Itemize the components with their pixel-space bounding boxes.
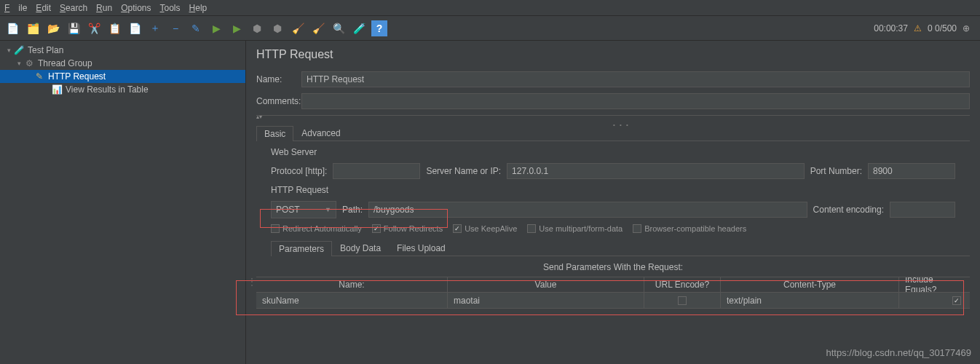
redirect-checkbox[interactable] [271, 224, 280, 233]
timer-label: 00:00:37 [874, 23, 908, 33]
param-tabs: Parameters Body Data Files Upload [271, 240, 970, 256]
tab-parameters[interactable]: Parameters [271, 241, 332, 256]
cell-name[interactable]: skuName [256, 293, 448, 308]
toolbar: 📄 🗂️ 📂 💾 ✂️ 📋 📄 ＋ − ✎ ▶ ▶ ⬢ ⬢ 🧹 🧹 🔍 🧪 ? … [0, 16, 980, 41]
open-icon[interactable]: 📂 [45, 20, 61, 36]
menu-file[interactable]: File [4, 3, 27, 13]
tree-panel: ▾🧪 Test Plan ▾⚙ Thread Group ✎ HTTP Requ… [0, 41, 246, 364]
tab-filesupload[interactable]: Files Upload [389, 240, 454, 256]
cell-value[interactable]: maotai [448, 293, 644, 308]
paste-icon[interactable]: 📄 [127, 20, 143, 36]
cell-urlencode-checkbox[interactable] [678, 296, 687, 305]
ce-field[interactable] [890, 202, 955, 218]
tree-label: Test Plan [28, 45, 63, 55]
tab-basic[interactable]: Basic [256, 126, 293, 141]
tree-threadgroup[interactable]: ▾⚙ Thread Group [0, 57, 245, 70]
cell-equals-checkbox[interactable] [952, 296, 961, 305]
plus-icon[interactable]: ＋ [147, 20, 163, 36]
menu-search[interactable]: Search [60, 3, 87, 13]
protocol-field[interactable] [333, 163, 420, 179]
menu-run[interactable]: Run [96, 3, 112, 13]
watermark: https://blog.csdn.net/qq_30177469 [826, 347, 972, 358]
col-contenttype: Content-Type [721, 277, 899, 292]
params-table: Name: Value URL Encode? Content-Type Inc… [256, 277, 970, 309]
warning-icon[interactable]: ⚠ [914, 23, 922, 33]
col-includeequals: Include Equals? [899, 277, 970, 292]
new-icon[interactable]: 📄 [4, 20, 20, 36]
cell-contenttype[interactable]: text/plain [721, 293, 899, 308]
col-value: Value [448, 277, 644, 292]
function-icon[interactable]: 🧪 [351, 20, 367, 36]
chevron-down-icon: ▼ [325, 206, 331, 213]
menu-edit[interactable]: Edit [36, 3, 51, 13]
run-no-icon[interactable]: ▶ [229, 20, 245, 36]
tab-bodydata[interactable]: Body Data [332, 240, 389, 256]
server-label: Server Name or IP: [426, 166, 501, 176]
menu-help[interactable]: Help [189, 3, 208, 13]
shutdown-icon[interactable]: ⬢ [269, 20, 285, 36]
server-field[interactable] [507, 163, 805, 179]
http-request-label: HTTP Request [271, 185, 970, 195]
follow-checkbox[interactable] [372, 224, 381, 233]
menu-options[interactable]: Options [121, 3, 151, 13]
path-field[interactable] [368, 202, 807, 218]
multipart-checkbox[interactable] [527, 224, 536, 233]
editor-panel: HTTP Request Name: Comments: ▴▾• • • Bas… [246, 41, 980, 364]
tree-label: Thread Group [38, 58, 92, 68]
send-params-label: Send Parameters With the Request: [256, 262, 970, 272]
path-label: Path: [342, 205, 363, 215]
keepalive-checkbox[interactable] [453, 224, 462, 233]
tree-label: HTTP Request [48, 71, 106, 82]
method-value: POST [276, 205, 300, 215]
browser-checkbox[interactable] [633, 224, 641, 233]
col-urlencode: URL Encode? [644, 277, 721, 292]
save-icon[interactable]: 💾 [66, 20, 82, 36]
minus-icon[interactable]: − [167, 20, 183, 36]
clear-icon[interactable]: 🧹 [290, 20, 306, 36]
table-row[interactable]: skuName maotai text/plain [256, 293, 970, 309]
copy-icon[interactable]: 📋 [106, 20, 122, 36]
port-label: Port Number: [810, 166, 862, 176]
comments-field[interactable] [301, 93, 970, 109]
col-name: Name: [256, 277, 448, 292]
cut-icon[interactable]: ✂️ [86, 20, 102, 36]
tree-httprequest[interactable]: ✎ HTTP Request [0, 70, 245, 83]
ce-label: Content encoding: [813, 205, 884, 215]
thread-count: 0 0/500 [928, 23, 957, 33]
drag-handle-icon[interactable]: ⋮ [248, 277, 256, 287]
tree-label: View Results in Table [66, 84, 149, 95]
comments-label: Comments: [256, 96, 301, 106]
menu-tools[interactable]: Tools [160, 3, 181, 13]
name-label: Name: [256, 74, 301, 84]
protocol-label: Protocol [http]: [271, 166, 327, 176]
tab-advanced[interactable]: Advanced [293, 125, 348, 141]
method-select[interactable]: POST ▼ [271, 201, 336, 218]
tree-testplan[interactable]: ▾🧪 Test Plan [0, 44, 245, 57]
search-icon[interactable]: 🔍 [331, 20, 347, 36]
port-field[interactable] [868, 163, 955, 179]
name-field[interactable] [301, 71, 970, 87]
wand-icon[interactable]: ✎ [188, 20, 204, 36]
page-title: HTTP Request [256, 48, 970, 61]
run-icon[interactable]: ▶ [208, 20, 224, 36]
stop-icon[interactable]: ⬢ [249, 20, 265, 36]
clear-all-icon[interactable]: 🧹 [310, 20, 326, 36]
web-server-label: Web Server [271, 147, 970, 157]
expand-icon[interactable]: ⊕ [963, 23, 970, 33]
menubar: File Edit Search Run Options Tools Help [0, 0, 980, 16]
help-icon[interactable]: ? [371, 20, 387, 36]
tree-viewresults[interactable]: 📊 View Results in Table [0, 83, 245, 96]
templates-icon[interactable]: 🗂️ [25, 20, 41, 36]
